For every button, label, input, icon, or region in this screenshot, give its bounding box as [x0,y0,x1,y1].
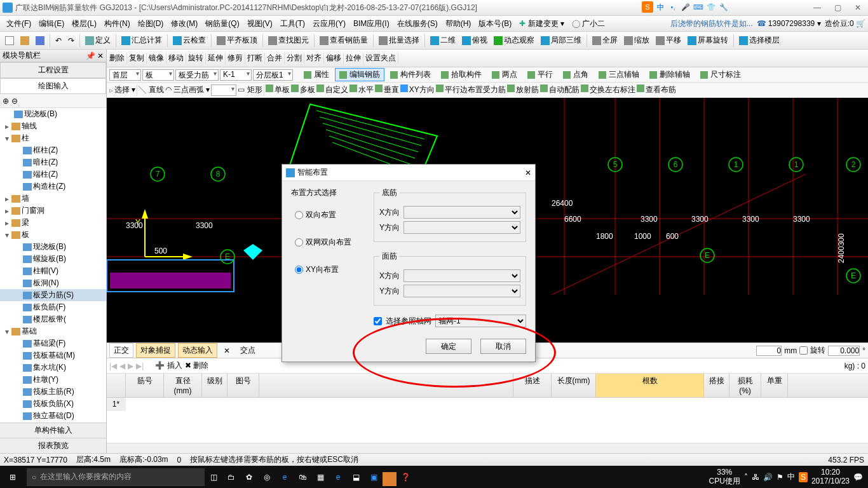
collapse-icon[interactable]: ⊖ [11,97,18,105]
sel-button[interactable]: 交换左右标注 [581,85,635,95]
save-button[interactable] [33,35,47,46]
grid-col-header[interactable]: 搭接 [704,374,729,397]
edit-button[interactable]: 移动 [168,53,184,64]
menu-item[interactable]: 编辑(E) [35,17,68,30]
grid-nav-next[interactable]: ▶ [128,362,133,370]
grid-nav-prev[interactable]: ◀ [119,362,125,370]
line-tool[interactable]: ╲ 直线 [139,85,163,95]
tree-node[interactable]: 楼层板带( [0,313,106,325]
toolbar-button[interactable]: 屏幕旋转 [685,34,731,47]
grid-col-header[interactable]: 直径(mm) [164,374,202,397]
app-icon-6[interactable]: ▣ [365,466,383,488]
bottom-x-select[interactable] [403,206,520,219]
opt-button[interactable]: 两点 [487,68,522,81]
sel-button[interactable]: XY方向 [400,85,435,95]
close-button[interactable]: ✕ [850,3,865,12]
sel-button[interactable]: 多板 [291,85,315,95]
edit-button[interactable]: 设置夹点 [365,53,396,64]
menu-item[interactable]: 构件(N) [100,17,134,30]
opt-button[interactable]: 点角 [559,68,593,81]
toolbar-button[interactable]: 查找图元 [266,34,311,47]
app-icon-7[interactable] [383,472,397,486]
mm-input[interactable] [756,346,782,356]
store-icon[interactable]: 🛍 [294,466,311,488]
toolbar-button[interactable]: 局部三维 [538,34,584,47]
sel-button[interactable]: 单板 [266,85,290,95]
tree-node[interactable]: 现浇板(B) [0,108,106,120]
combo[interactable]: K-1 [220,69,252,81]
ref-grid-checkbox[interactable] [374,317,382,325]
select-mode[interactable]: 选择 ▾ [114,85,135,95]
tree-node[interactable]: 端柱(Z) [0,168,106,180]
menu-item[interactable]: 云应用(Y) [309,17,349,30]
color-combo[interactable] [211,85,236,96]
report-preview[interactable]: 报表预览 [0,438,106,453]
h-scrollbar[interactable] [107,443,868,453]
tree-node[interactable]: ▸轴线 [0,120,106,132]
tree-node[interactable]: 柱墩(Y) [0,374,106,386]
maximize-button[interactable]: ▢ [830,3,845,12]
news-link[interactable]: 后浇带的钢筋软件是如... [670,18,753,29]
grid-col-header[interactable] [259,374,513,397]
opt-button[interactable]: 删除辅轴 [645,68,695,81]
tree-node[interactable]: ▸门窗洞 [0,205,106,217]
tab-project-settings[interactable]: 工程设置 [0,62,106,78]
edit-button[interactable]: 拉伸 [346,53,361,64]
opt-button[interactable]: 尺寸标注 [696,68,745,81]
radio-double-net[interactable]: 双网双向布置 [295,237,367,248]
menu-item[interactable]: 绘图(D) [134,17,168,30]
toolbar-button[interactable]: 查看钢筋量 [317,34,370,47]
edge-icon[interactable]: e [276,466,294,488]
open-file-button[interactable] [18,35,32,46]
combo[interactable]: 分层板1 [253,69,293,81]
app-icon-2[interactable]: ✿ [240,466,258,488]
expand-icon[interactable]: ⊕ [3,97,9,105]
tree-node[interactable]: 框柱(Z) [0,144,106,156]
tree-node[interactable]: 现浇板(B) [0,241,106,253]
grid-col-header[interactable]: 损耗(%) [729,374,761,397]
undo-button[interactable]: ↶ [53,35,64,46]
toolbar-button[interactable]: 选择楼层 [736,34,782,47]
toolbar-button[interactable]: 平移 [653,34,684,47]
ime-punct-icon[interactable]: •, [667,1,679,13]
sel-button[interactable]: 查看布筋 [637,85,676,95]
tray-sogou-icon[interactable]: S [799,472,808,482]
menu-item[interactable]: 楼层(L) [68,17,100,30]
dyninput-toggle[interactable]: 动态输入 [178,343,217,358]
keyboard-icon[interactable]: ⌨ [693,1,704,13]
edit-button[interactable]: 旋转 [188,53,203,64]
ie-icon[interactable]: e [329,466,347,488]
app-icon-8[interactable]: ❓ [397,466,414,488]
tree-node[interactable]: ▾基础 [0,325,106,337]
tree-node[interactable]: 板负筋(F) [0,301,106,313]
grid-col-header[interactable]: 图号 [227,374,259,397]
sel-button[interactable]: 垂直 [375,85,399,95]
combo[interactable]: 首层 [109,69,141,81]
tray-ime[interactable]: 中 [787,471,795,482]
edit-button[interactable]: 打断 [247,53,262,64]
toolbar-button[interactable]: 动态观察 [491,34,537,47]
tree-node[interactable]: 独立基础(D) [0,410,106,422]
ortho-toggle[interactable]: 正交 [109,343,133,358]
rotate-checkbox[interactable] [799,346,808,355]
bottom-y-select[interactable] [403,221,520,234]
sel-button[interactable]: 平行边布置受力筋 [436,85,506,95]
grid-delete[interactable]: ✖ 删除 [185,360,208,371]
toolbar-button[interactable]: 全屏 [590,34,620,47]
menu-item[interactable]: 视图(V) [243,17,276,30]
cancel-button[interactable]: 取消 [480,339,526,354]
menu-item[interactable]: BIM应用(I) [349,17,393,30]
dialog-close-icon[interactable]: ✕ [525,168,531,177]
tray-vol-icon[interactable]: 🔊 [763,473,773,482]
grid-col-header[interactable]: 筋号 [126,374,164,397]
app-icon-5[interactable]: ⬓ [347,466,365,488]
tree-node[interactable]: 基础梁(F) [0,337,106,349]
grid-col-header[interactable]: 单重 [761,374,788,397]
edit-button[interactable]: 修剪 [227,53,243,64]
rect-tool[interactable]: ▭ 矩形 [238,85,262,95]
opt-button[interactable]: 构件列表 [386,68,435,81]
grid-col-header[interactable]: 描述 [513,374,552,397]
tree-node[interactable]: 筏板基础(M) [0,349,106,362]
grid-col-header[interactable]: 级别 [202,374,227,397]
tree-node[interactable]: 暗柱(Z) [0,156,106,168]
